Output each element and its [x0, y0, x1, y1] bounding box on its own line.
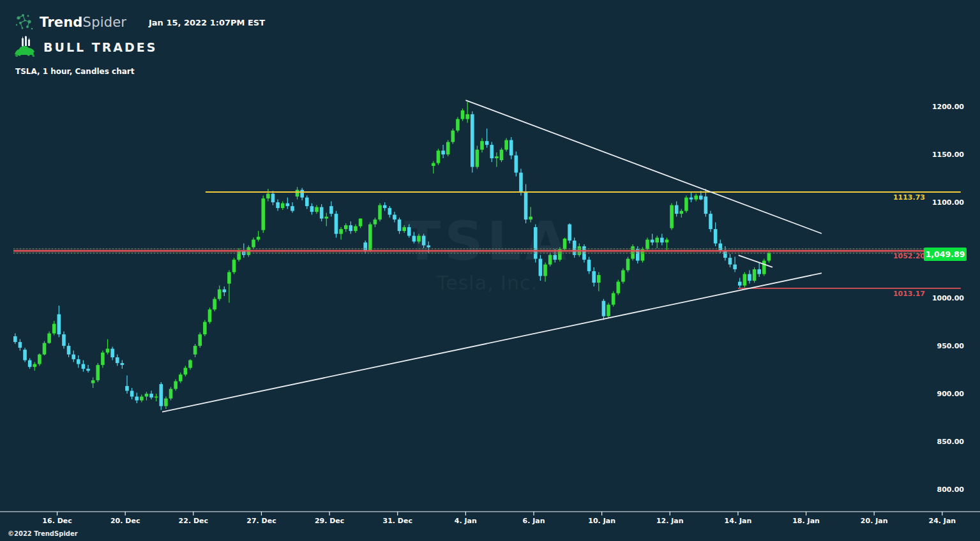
- y-axis-tick-label: 1150.00: [919, 151, 964, 159]
- candle-up: [164, 399, 168, 406]
- candle-up: [252, 240, 255, 248]
- candle-down: [116, 357, 119, 363]
- candle-down: [77, 359, 80, 364]
- x-axis-tick-label: 12. Jan: [649, 517, 690, 525]
- x-axis-tick-label: 6. Jan: [513, 517, 554, 525]
- candle-down: [757, 269, 761, 274]
- candle-up: [52, 324, 56, 334]
- copyright-text: ©2022 TrendSpider: [8, 530, 78, 537]
- candle-up: [465, 114, 469, 119]
- candle-up: [296, 190, 299, 197]
- candle-down: [13, 336, 17, 342]
- candle-down: [271, 194, 275, 203]
- candle-down: [86, 369, 90, 371]
- candle-up: [670, 205, 674, 228]
- level-price-label-resistance: 1113.73: [880, 194, 925, 202]
- candle-up: [461, 110, 465, 119]
- last-price-badge: 1,049.89: [924, 248, 967, 261]
- candle-down: [422, 236, 426, 246]
- trendline-lower-ascending[interactable]: [162, 273, 822, 411]
- candle-up: [266, 194, 270, 199]
- candle-down: [704, 196, 708, 214]
- candle-down: [651, 240, 654, 243]
- candle-down: [515, 156, 518, 173]
- x-axis-tick-label: 24. Jan: [922, 517, 963, 525]
- x-axis-tick-label: 22. Dec: [173, 517, 214, 525]
- candle-down: [310, 206, 314, 212]
- y-axis-tick-label: 900.00: [919, 390, 964, 398]
- candle-up: [257, 237, 260, 240]
- last-price-value: 1,049.89: [926, 249, 965, 259]
- candle-down: [290, 206, 294, 211]
- candle-down: [388, 208, 392, 215]
- x-axis-tick-label: 18. Jan: [786, 517, 827, 525]
- candle-down: [602, 301, 606, 316]
- price-chart-canvas[interactable]: [0, 0, 980, 541]
- candle-up: [446, 142, 450, 155]
- candle-down: [398, 219, 402, 231]
- candle-down: [149, 394, 153, 397]
- candle-up: [665, 240, 669, 243]
- candle-up: [432, 163, 435, 167]
- candle-down: [738, 282, 742, 286]
- candle-up: [607, 305, 610, 316]
- candle-down: [748, 274, 751, 281]
- candle-up: [626, 259, 630, 270]
- brand-spider: Spider: [83, 15, 127, 30]
- candle-down: [714, 229, 718, 244]
- candle-up: [548, 255, 552, 265]
- candle-down: [305, 198, 309, 207]
- y-axis-tick-label: 950.00: [919, 343, 964, 350]
- candle-down: [82, 364, 86, 369]
- candle-up: [155, 397, 158, 398]
- candle-up: [597, 275, 601, 283]
- candle-up: [753, 269, 757, 281]
- candle-down: [349, 225, 353, 231]
- candle-up: [232, 260, 236, 272]
- candle-up: [193, 346, 197, 355]
- candle-up: [218, 290, 222, 299]
- candle-up: [324, 217, 328, 219]
- candle-up: [106, 349, 110, 353]
- x-axis-tick-label: 27. Dec: [241, 517, 282, 525]
- candle-up: [281, 204, 285, 209]
- candle-down: [412, 236, 416, 242]
- candle-up: [743, 274, 747, 286]
- candle-down: [121, 363, 124, 365]
- candle-down: [485, 141, 489, 145]
- candle-up: [261, 198, 265, 230]
- trendline-upper-descending[interactable]: [465, 100, 822, 233]
- candle-up: [655, 238, 659, 243]
- candle-down: [524, 192, 528, 220]
- candle-down: [592, 271, 596, 283]
- candle-up: [101, 353, 105, 366]
- candle-down: [471, 114, 474, 167]
- bull-trades-logo-icon: [13, 36, 38, 59]
- candle-up: [617, 282, 621, 293]
- candle-up: [188, 360, 192, 368]
- candle-down: [539, 259, 543, 276]
- chart-descriptor: TSLA, 1 hour, Candles chart: [15, 67, 135, 76]
- level-price-label-pivot-band: 1052.20: [880, 253, 925, 260]
- candle-down: [553, 255, 557, 260]
- candle-down: [23, 350, 27, 360]
- candle-up: [563, 239, 567, 249]
- candle-down: [534, 227, 538, 259]
- candle-down: [568, 225, 571, 241]
- candle-down: [675, 205, 679, 214]
- candle-up: [169, 389, 173, 399]
- candle-down: [660, 238, 664, 243]
- x-axis-tick-label: 31. Dec: [377, 517, 418, 525]
- candle-down: [57, 315, 61, 334]
- candle-down: [300, 190, 304, 198]
- candle-down: [223, 290, 227, 293]
- candle-up: [476, 150, 479, 167]
- trendspider-chart-window: TSLA Tesla, Inc. TrendSpider Jan 15, 202…: [0, 0, 980, 541]
- candle-up: [174, 382, 177, 389]
- candle-up: [339, 229, 343, 234]
- x-axis-tick-label: 20. Jan: [854, 517, 894, 525]
- y-axis-tick-label: 1000.00: [919, 295, 964, 302]
- candle-down: [320, 207, 324, 219]
- candle-down: [441, 151, 445, 154]
- candle-down: [426, 246, 430, 248]
